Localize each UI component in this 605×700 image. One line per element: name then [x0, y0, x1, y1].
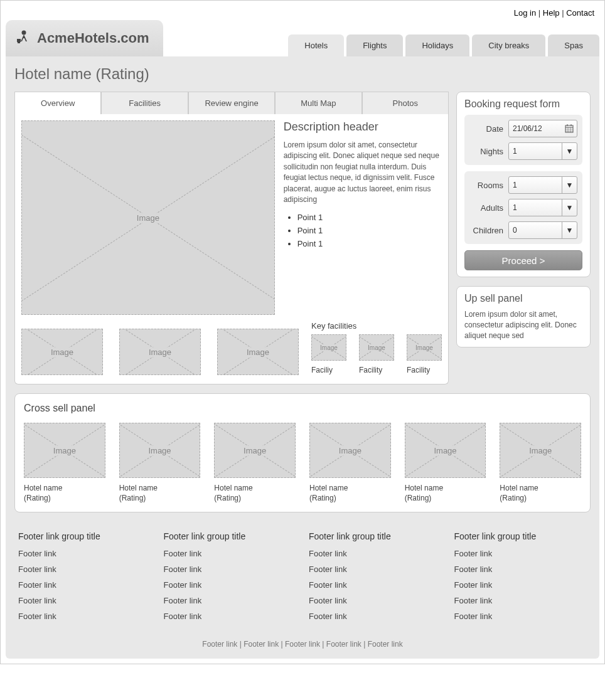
footer-link[interactable]: Footer link [309, 596, 442, 605]
cross-sell-item[interactable]: ImageHotel name(Rating) [214, 423, 296, 503]
key-facilities-row: ImageFaciliyImageFacilityImageFacility [311, 334, 442, 374]
footer-column: Footer link group titleFooter linkFooter… [18, 531, 151, 627]
footer-link[interactable]: Footer link [164, 580, 297, 590]
cross-sell-item[interactable]: ImageHotel name(Rating) [24, 423, 105, 503]
svg-rect-2 [18, 42, 20, 43]
login-link[interactable]: Log in [514, 8, 536, 18]
footer-link[interactable]: Footer link [309, 612, 442, 621]
cross-sell-image: Image [214, 423, 296, 478]
nav-tab-hotels[interactable]: Hotels [288, 34, 344, 56]
chevron-down-icon: ▼ [562, 222, 577, 238]
thumbnail-image[interactable]: Image [21, 329, 103, 375]
cross-sell-label: Hotel name(Rating) [405, 483, 486, 503]
footer-link[interactable]: Footer link [309, 580, 442, 590]
bottom-footer-link[interactable]: Footer link [202, 640, 237, 649]
description-point: Point 1 [297, 226, 442, 235]
detail-tab-review-engine[interactable]: Review engine [188, 92, 275, 114]
adults-label: Adults [481, 203, 503, 213]
nav-tab-spas[interactable]: Spas [548, 34, 599, 56]
facility-label: Facility [359, 366, 394, 374]
bottom-footer-link[interactable]: Footer link [244, 640, 279, 649]
description-header: Description header [284, 120, 442, 134]
detail-tab-multi-map[interactable]: Multi Map [275, 92, 361, 114]
facility-label: Faciliy [311, 366, 346, 374]
thumbnail-row: ImageImageImage [21, 329, 299, 375]
svg-point-0 [22, 31, 26, 35]
svg-rect-1 [17, 39, 21, 42]
footer-link[interactable]: Footer link [309, 549, 442, 558]
footer-group-title: Footer link group title [18, 531, 151, 541]
footer-link[interactable]: Footer link [454, 612, 587, 621]
cross-sell-label: Hotel name(Rating) [24, 483, 105, 503]
help-link[interactable]: Help [543, 8, 560, 18]
cross-sell-label: Hotel name(Rating) [309, 483, 391, 503]
nav-tab-city-breaks[interactable]: City breaks [472, 34, 545, 56]
footer-link[interactable]: Footer link [18, 580, 151, 590]
footer-link[interactable]: Footer link [18, 549, 151, 558]
footer-link[interactable]: Footer link [18, 612, 151, 621]
contact-link[interactable]: Contact [566, 8, 594, 18]
cross-sell-image: Image [405, 423, 486, 478]
footer-columns: Footer link group titleFooter linkFooter… [14, 512, 591, 636]
upsell-panel: Up sell panel Lorem ipsum dolor sit amet… [456, 286, 591, 347]
footer-link[interactable]: Footer link [454, 549, 587, 558]
footer-link[interactable]: Footer link [454, 596, 587, 605]
cross-sell-item[interactable]: ImageHotel name(Rating) [500, 423, 581, 503]
key-facility-item: ImageFacility [359, 334, 394, 374]
nav-tab-flights[interactable]: Flights [346, 34, 403, 56]
bottom-footer-link[interactable]: Footer link [326, 640, 361, 649]
cross-sell-label: Hotel name(Rating) [214, 483, 296, 503]
thumbnail-image[interactable]: Image [217, 329, 299, 375]
children-select[interactable]: 0▼ [508, 221, 577, 239]
footer-column: Footer link group titleFooter linkFooter… [164, 531, 297, 627]
footer-link[interactable]: Footer link [454, 580, 587, 590]
key-facilities-title: Key facilities [311, 321, 442, 331]
main-nav: HotelsFlightsHolidaysCity breaksSpas [288, 34, 599, 56]
footer-link[interactable]: Footer link [164, 596, 297, 605]
page-title: Hotel name (Rating) [14, 65, 591, 83]
facility-image: Image [407, 334, 442, 361]
booking-title: Booking request form [464, 98, 582, 110]
cross-sell-item[interactable]: ImageHotel name(Rating) [405, 423, 486, 503]
top-utility-bar: Log in | Help | Contact [6, 6, 599, 20]
facility-image: Image [359, 334, 394, 361]
calendar-icon [565, 124, 574, 133]
traveler-icon [14, 29, 33, 48]
facility-image: Image [311, 334, 346, 361]
cross-sell-item[interactable]: ImageHotel name(Rating) [119, 423, 201, 503]
description-point: Point 1 [297, 213, 442, 222]
cross-sell-item[interactable]: ImageHotel name(Rating) [309, 423, 391, 503]
bottom-links: Footer link | Footer link | Footer link … [14, 636, 591, 650]
date-input[interactable]: 21/06/12 [508, 120, 577, 137]
cross-sell-image: Image [500, 423, 581, 478]
detail-tab-facilities[interactable]: Facilities [101, 92, 188, 114]
booking-panel: Booking request form Date 21/06/12 Night… [456, 92, 591, 277]
nights-select[interactable]: 1▼ [508, 142, 577, 160]
bottom-footer-link[interactable]: Footer link [368, 640, 403, 649]
hero-image-placeholder: Image [21, 120, 275, 315]
proceed-button[interactable]: Proceed > [464, 250, 582, 270]
footer-link[interactable]: Footer link [454, 565, 587, 574]
nav-tab-holidays[interactable]: Holidays [405, 34, 469, 56]
footer-link[interactable]: Footer link [18, 596, 151, 605]
rooms-select[interactable]: 1▼ [508, 176, 577, 194]
chevron-down-icon: ▼ [562, 177, 577, 193]
nights-label: Nights [480, 147, 503, 156]
site-logo[interactable]: AcmeHotels.com [6, 20, 163, 56]
footer-link[interactable]: Footer link [309, 565, 442, 574]
cross-sell-label: Hotel name(Rating) [119, 483, 201, 503]
chevron-down-icon: ▼ [562, 143, 577, 159]
footer-column: Footer link group titleFooter linkFooter… [454, 531, 587, 627]
detail-tab-photos[interactable]: Photos [362, 92, 449, 114]
adults-select[interactable]: 1▼ [508, 199, 577, 216]
key-facility-item: ImageFacility [407, 334, 442, 374]
children-label: Children [473, 226, 503, 235]
footer-link[interactable]: Footer link [164, 549, 297, 558]
facility-label: Facility [407, 366, 442, 374]
thumbnail-image[interactable]: Image [119, 329, 201, 375]
bottom-footer-link[interactable]: Footer link [285, 640, 320, 649]
footer-link[interactable]: Footer link [18, 565, 151, 574]
footer-link[interactable]: Footer link [164, 612, 297, 621]
detail-tab-overview[interactable]: Overview [14, 92, 101, 114]
footer-link[interactable]: Footer link [164, 565, 297, 574]
